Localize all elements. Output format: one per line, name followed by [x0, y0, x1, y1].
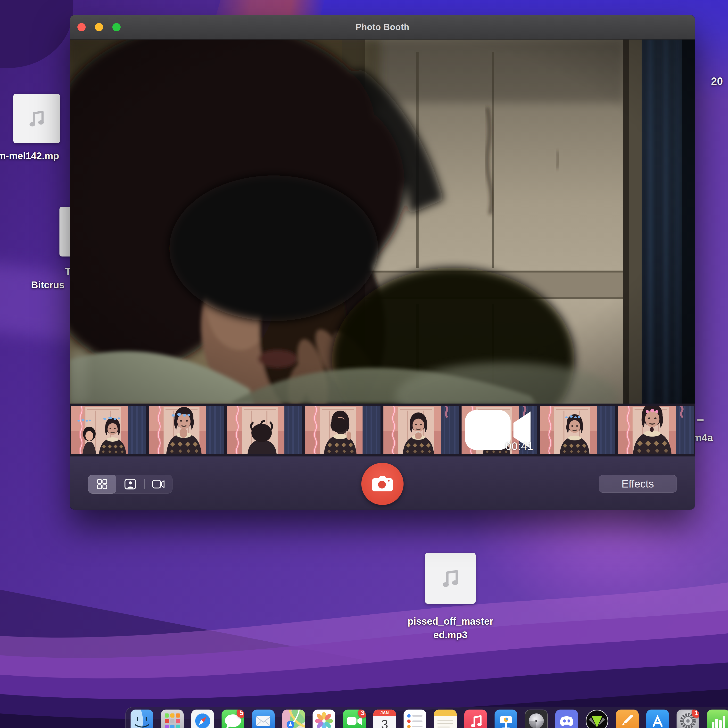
desktop-file-label: ed.mp3 [378, 630, 523, 641]
video-view-button[interactable] [144, 475, 173, 494]
app-store-icon [646, 710, 669, 728]
dock-icon-mail[interactable] [252, 710, 275, 728]
dock-icon-music[interactable] [464, 710, 487, 728]
photo-thumbnail-4[interactable] [305, 406, 381, 454]
desktop-file-audio-1[interactable] [13, 94, 60, 143]
desktop-file-label-fragment: 20 [711, 75, 723, 87]
dock: 5 [125, 707, 728, 728]
keynote-icon [494, 710, 517, 728]
calendar-day: 3 [373, 716, 396, 728]
dock-icon-metallic-disc-app[interactable] [525, 710, 548, 728]
desktop: { "window": { "title": "Photo Booth", "t… [0, 0, 728, 728]
dock-icon-app-store[interactable] [646, 710, 669, 728]
launchpad-icon [161, 710, 184, 728]
camera-preview-image [70, 40, 695, 404]
desktop-file-label: m-mel142.mp [0, 150, 59, 161]
photo-filmstrip: 00:41 [70, 404, 695, 456]
photo-thumbnail-2[interactable] [149, 406, 224, 454]
video-view-icon [152, 479, 165, 489]
close-button[interactable] [77, 23, 86, 31]
desktop-file-label: pissed_off_master [378, 616, 523, 627]
dock-icon-facetime[interactable]: 3 [343, 710, 366, 728]
photo-thumbnail-7[interactable] [540, 406, 615, 454]
desktop-file-audio-2[interactable] [425, 553, 476, 604]
dock-icon-messages[interactable]: 5 [222, 710, 245, 728]
dock-icon-safari[interactable] [191, 710, 214, 728]
desktop-file-label-fragment: m4a [693, 432, 713, 444]
metallic-disc-icon [525, 710, 548, 728]
green-fan-icon [586, 710, 609, 728]
window-title: Photo Booth [355, 22, 409, 32]
reminders-icon [404, 710, 427, 728]
dock-icon-launchpad[interactable] [161, 710, 184, 728]
grid-view-icon [96, 479, 108, 490]
portrait-view-button[interactable] [116, 475, 144, 494]
photos-icon [312, 710, 335, 728]
music-note-icon [464, 710, 487, 728]
dock-icon-calendar[interactable]: JAN 3 [373, 710, 396, 728]
grid-view-button[interactable] [88, 475, 116, 494]
dock-icon-numbers[interactable] [707, 710, 728, 728]
mail-icon [252, 710, 275, 728]
take-photo-button[interactable] [361, 463, 404, 505]
photo-thumbnail-1[interactable] [71, 406, 146, 454]
discord-icon [555, 710, 578, 728]
desktop-file-label-fragment [697, 419, 704, 421]
desktop-file-label: Bitcrus [31, 280, 64, 291]
photo-thumbnail-3[interactable] [227, 406, 302, 454]
dock-icon-discord[interactable] [555, 710, 578, 728]
window-titlebar[interactable]: Photo Booth [70, 15, 695, 40]
minimize-button[interactable] [95, 23, 103, 31]
notes-icon [434, 710, 457, 728]
dock-icon-green-fan-app[interactable] [586, 710, 609, 728]
photo-thumbnail-5[interactable] [384, 406, 459, 454]
dock-icon-pages[interactable] [616, 710, 639, 728]
music-note-file-icon [434, 563, 466, 594]
dock-icon-notes[interactable] [434, 710, 457, 728]
camera-preview [70, 40, 695, 404]
window-toolbar: Effects [70, 456, 695, 509]
zoom-button[interactable] [112, 23, 121, 31]
dock-icon-maps[interactable] [282, 710, 305, 728]
portrait-view-icon [124, 479, 136, 489]
dock-icon-system-preferences[interactable]: 1 [676, 710, 699, 728]
effects-button[interactable]: Effects [599, 475, 677, 492]
numbers-icon [707, 710, 728, 728]
video-duration-badge: 00:41 [505, 440, 534, 452]
wallpaper-waves [0, 509, 728, 728]
finder-icon [130, 710, 153, 728]
calendar-month: JAN [373, 710, 396, 716]
music-note-file-icon [22, 104, 51, 133]
camera-icon [372, 476, 393, 492]
dock-icon-finder[interactable] [130, 710, 153, 728]
photo-booth-window: Photo Booth [70, 15, 695, 509]
dock-icon-photos[interactable] [312, 710, 335, 728]
dock-icon-reminders[interactable] [404, 710, 427, 728]
view-mode-segmented-control [88, 475, 173, 494]
maps-icon [282, 710, 305, 728]
dock-icon-keynote[interactable] [494, 710, 517, 728]
photo-thumbnail-8[interactable] [618, 406, 694, 454]
photo-thumbnail-6-video[interactable]: 00:41 [462, 406, 537, 454]
safari-icon [191, 710, 214, 728]
pages-icon [616, 710, 639, 728]
